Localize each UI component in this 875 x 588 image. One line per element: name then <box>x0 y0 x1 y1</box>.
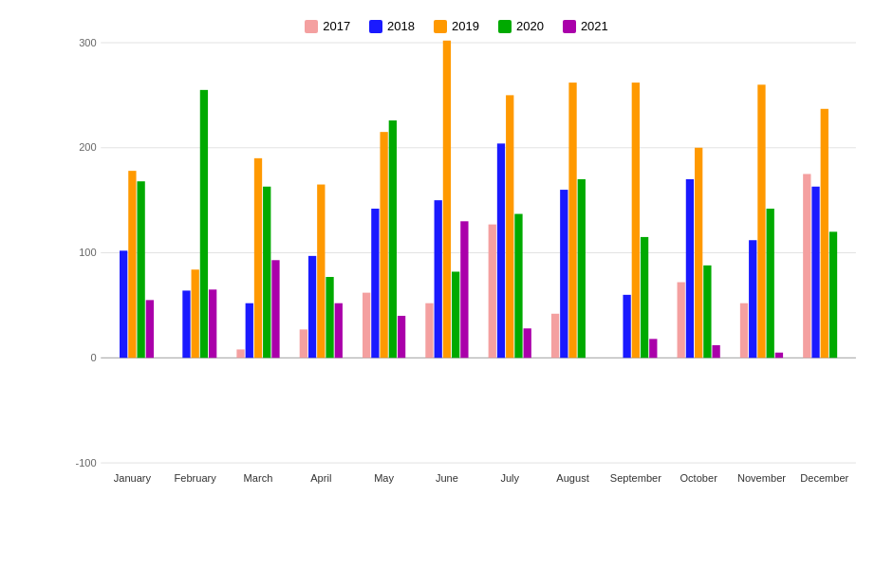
legend-item-2021: 2021 <box>563 19 608 33</box>
svg-text:300: 300 <box>79 37 96 48</box>
bar-October-2020 <box>703 266 711 358</box>
legend-color <box>498 20 512 33</box>
month-label-June: June <box>436 472 458 484</box>
legend-item-2019: 2019 <box>434 19 479 33</box>
bar-January-2020 <box>137 181 144 358</box>
bar-November-2020 <box>767 209 774 358</box>
legend-color <box>563 20 576 33</box>
bar-July-2020 <box>514 214 522 358</box>
svg-text:200: 200 <box>79 141 96 153</box>
bar-September-2020 <box>641 237 648 358</box>
bar-July-2021 <box>524 328 531 358</box>
month-label-March: March <box>244 472 273 484</box>
bar-December-2020 <box>829 231 837 358</box>
bar-October-2018 <box>686 179 694 358</box>
bar-June-2019 <box>443 41 451 358</box>
legend-label: 2021 <box>581 19 608 33</box>
month-label-January: January <box>114 472 152 484</box>
bar-June-2017 <box>425 303 433 358</box>
bar-June-2018 <box>435 200 442 358</box>
bar-June-2020 <box>452 271 459 358</box>
bar-August-2018 <box>560 190 568 358</box>
bar-May-2018 <box>371 209 379 358</box>
legend-item-2018: 2018 <box>369 19 415 33</box>
month-label-May: May <box>374 472 394 484</box>
bar-December-2017 <box>803 174 810 358</box>
bar-September-2018 <box>623 295 630 358</box>
bar-April-2019 <box>317 185 325 358</box>
bar-February-2020 <box>200 90 208 358</box>
legend-label: 2018 <box>387 19 415 33</box>
bar-April-2021 <box>335 303 343 358</box>
bar-September-2021 <box>649 339 657 358</box>
bar-April-2020 <box>326 277 333 358</box>
month-label-November: November <box>737 472 786 484</box>
bar-July-2019 <box>506 95 513 358</box>
month-label-April: April <box>310 472 331 484</box>
bar-January-2019 <box>128 171 136 358</box>
legend-item-2017: 2017 <box>305 19 350 33</box>
chart-area: -1000100200300JanuaryFebruaryMarchAprilM… <box>57 43 856 498</box>
month-label-February: February <box>175 472 217 484</box>
bar-May-2021 <box>398 316 405 358</box>
bar-April-2018 <box>308 256 316 358</box>
bar-October-2019 <box>695 148 702 358</box>
bar-August-2019 <box>568 83 576 358</box>
bar-February-2019 <box>192 269 199 358</box>
month-label-October: October <box>680 472 717 484</box>
legend-label: 2020 <box>516 19 544 33</box>
month-label-July: July <box>500 472 519 484</box>
bar-August-2020 <box>578 179 586 358</box>
bar-March-2018 <box>246 303 253 358</box>
chart-svg: -1000100200300JanuaryFebruaryMarchAprilM… <box>57 43 856 498</box>
legend-color <box>434 20 447 33</box>
bar-April-2017 <box>300 329 307 358</box>
bar-March-2020 <box>263 187 270 358</box>
month-label-September: September <box>610 472 661 484</box>
bar-November-2021 <box>775 353 783 358</box>
legend-color <box>305 20 318 33</box>
bar-March-2019 <box>254 158 262 358</box>
bar-December-2019 <box>821 109 828 358</box>
month-label-August: August <box>556 472 588 484</box>
bar-October-2021 <box>712 345 719 358</box>
chart-legend: 20172018201920202021 <box>57 19 856 33</box>
bar-May-2020 <box>389 120 397 358</box>
bar-November-2017 <box>740 303 748 358</box>
bar-June-2021 <box>460 221 468 358</box>
bar-December-2018 <box>811 187 819 358</box>
bar-January-2021 <box>146 300 154 358</box>
legend-color <box>369 20 382 33</box>
legend-label: 2019 <box>452 19 479 33</box>
svg-text:0: 0 <box>90 352 96 363</box>
bar-January-2018 <box>120 250 127 358</box>
bar-February-2018 <box>182 290 190 358</box>
bar-March-2021 <box>271 260 279 358</box>
chart-container: 20172018201920202021 -1000100200300Janua… <box>0 0 875 588</box>
bar-May-2019 <box>380 132 387 358</box>
bar-July-2018 <box>497 143 505 358</box>
bar-March-2017 <box>236 349 244 358</box>
legend-label: 2017 <box>323 19 350 33</box>
bar-July-2017 <box>489 225 496 358</box>
bar-February-2021 <box>209 289 216 358</box>
svg-text:-100: -100 <box>75 457 96 469</box>
bar-November-2019 <box>757 84 765 358</box>
bar-November-2018 <box>749 240 756 358</box>
bar-May-2017 <box>363 293 370 358</box>
svg-text:100: 100 <box>79 247 96 258</box>
bar-August-2017 <box>551 314 559 358</box>
bar-October-2017 <box>678 283 685 358</box>
bar-September-2019 <box>632 83 640 358</box>
legend-item-2020: 2020 <box>498 19 544 33</box>
month-label-December: December <box>800 472 848 484</box>
